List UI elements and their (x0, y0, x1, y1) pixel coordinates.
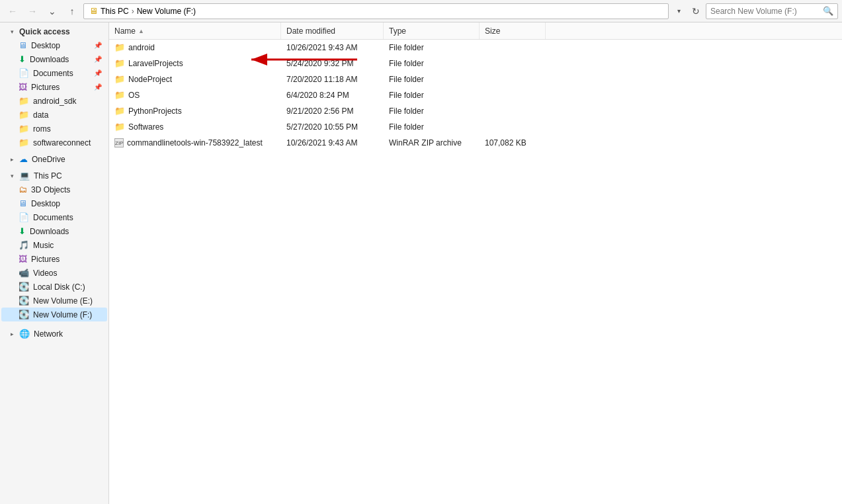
file-type: File folder (384, 91, 480, 100)
zip-icon: ZIP (114, 138, 124, 147)
sidebar-item-documents-qa[interactable]: 📄 Documents 📌 (1, 66, 107, 80)
file-name-text: Softwares (128, 122, 163, 132)
music-icon: 🎵 (19, 240, 29, 250)
sidebar-item-new-volume-f[interactable]: 💽 New Volume (F:) (1, 308, 107, 321)
sidebar-item-desktop-pc[interactable]: 🖥 Desktop (1, 196, 107, 210)
sidebar-item-pictures-qa[interactable]: 🖼 Pictures 📌 (1, 80, 107, 94)
column-type-label: Type (389, 26, 406, 36)
sort-arrow-icon: ▲ (138, 28, 144, 34)
this-pc-icon: 💻 (19, 171, 30, 181)
file-name: ZIP commandlinetools-win-7583922_latest (109, 138, 281, 147)
sidebar-item-label: Network (34, 329, 63, 339)
sidebar-item-videos[interactable]: 📹 Videos (1, 266, 107, 280)
sidebar-item-label: Desktop (31, 41, 60, 50)
table-row[interactable]: ZIP commandlinetools-win-7583922_latest … (109, 135, 842, 151)
column-name[interactable]: Name ▲ (109, 22, 281, 39)
folder-icon: 📁 (114, 122, 125, 132)
file-name: 📁 LaravelProjects (109, 58, 281, 68)
table-row[interactable]: 📁 OS 6/4/2020 8:24 PM File folder (109, 87, 842, 103)
sidebar-section-quick-access[interactable]: ▾ Quick access (1, 25, 107, 38)
file-name-text: OS (128, 91, 140, 100)
sidebar-item-label: Documents (33, 69, 73, 78)
column-header-row: Name ▲ Date modified Type Size (109, 22, 842, 40)
file-name-text: NodeProject (128, 75, 172, 84)
up-button[interactable]: ↑ (63, 3, 81, 20)
address-bar[interactable]: 🖥 This PC › New Volume (F:) (83, 3, 669, 19)
sidebar-item-music[interactable]: 🎵 Music (1, 238, 107, 252)
file-name: 📁 android (109, 42, 281, 52)
file-type: File folder (384, 43, 480, 52)
network-icon: 🌐 (19, 329, 30, 339)
file-pane: Name ▲ Date modified Type Size 📁 android… (109, 22, 842, 504)
sidebar-item-desktop-qa[interactable]: 🖥 Desktop 📌 (1, 38, 107, 52)
table-row[interactable]: 📁 Softwares 5/27/2020 10:55 PM File fold… (109, 119, 842, 135)
folder-icon: 📁 (114, 106, 125, 116)
refresh-button[interactable]: ↻ (689, 3, 703, 19)
sidebar-item-android-sdk[interactable]: 📁 android_sdk (1, 94, 107, 108)
forward-button[interactable]: → (24, 3, 41, 20)
file-name-text: LaravelProjects (128, 59, 183, 68)
pictures-icon: 🖼 (19, 82, 27, 92)
onedrive-icon: ☁ (19, 154, 28, 164)
recent-button[interactable]: ⌄ (44, 3, 61, 20)
sidebar-item-label: Documents (33, 213, 73, 222)
sidebar-section-this-pc[interactable]: ▾ 💻 This PC (1, 169, 107, 183)
3d-icon: 🗂 (19, 185, 27, 194)
chevron-icon: ▾ (11, 28, 14, 35)
pictures-icon: 🖼 (19, 254, 27, 264)
file-type: WinRAR ZIP archive (384, 138, 480, 147)
file-date: 5/27/2020 10:55 PM (281, 122, 384, 132)
documents-icon: 📄 (19, 212, 29, 222)
file-type: File folder (384, 106, 480, 116)
sidebar-item-label: 3D Objects (31, 185, 70, 194)
sidebar-item-label: roms (33, 124, 51, 134)
column-type[interactable]: Type (384, 22, 480, 39)
file-size: 107,082 KB (480, 138, 546, 147)
sidebar-item-downloads-qa[interactable]: ⬇ Downloads 📌 (1, 52, 107, 66)
folder-icon: 📁 (114, 74, 125, 84)
search-input[interactable] (710, 7, 820, 16)
quick-access-label: Quick access (19, 27, 70, 36)
folder-icon: 📁 (19, 138, 29, 147)
sidebar-item-local-disk-c[interactable]: 💽 Local Disk (C:) (1, 280, 107, 294)
sidebar-item-label: OneDrive (32, 155, 65, 164)
column-size[interactable]: Size (480, 22, 546, 39)
search-bar[interactable]: 🔍 (706, 3, 838, 19)
sidebar: ▾ Quick access 🖥 Desktop 📌 ⬇ Downloads 📌… (0, 22, 109, 504)
sidebar-item-data[interactable]: 📁 data (1, 108, 107, 122)
address-separator: › (132, 7, 134, 16)
sidebar-item-pictures-pc[interactable]: 🖼 Pictures (1, 252, 107, 266)
file-type: File folder (384, 75, 480, 84)
chevron-icon: ▸ (11, 331, 14, 337)
address-part-2: New Volume (F:) (137, 7, 196, 16)
folder-icon: 📁 (114, 42, 125, 52)
file-date: 7/20/2020 11:18 AM (281, 75, 384, 84)
column-date[interactable]: Date modified (281, 22, 384, 39)
folder-icon: 📁 (114, 58, 125, 68)
chevron-icon: ▸ (11, 156, 14, 163)
search-icon: 🔍 (823, 6, 833, 16)
sidebar-item-3d-objects[interactable]: 🗂 3D Objects (1, 183, 107, 196)
sidebar-item-label: Pictures (31, 255, 60, 264)
address-dropdown-button[interactable]: ▾ (671, 3, 686, 19)
pin-icon: 📌 (94, 83, 102, 91)
table-row[interactable]: 📁 android 10/26/2021 9:43 AM File folder (109, 40, 842, 56)
file-list: 📁 android 10/26/2021 9:43 AM File folder… (109, 40, 842, 504)
sidebar-item-documents-pc[interactable]: 📄 Documents (1, 210, 107, 224)
main-layout: ▾ Quick access 🖥 Desktop 📌 ⬇ Downloads 📌… (0, 22, 842, 504)
sidebar-item-label: Downloads (30, 55, 69, 64)
title-bar: ← → ⌄ ↑ 🖥 This PC › New Volume (F:) ▾ ↻ … (0, 0, 842, 22)
sidebar-item-new-volume-e[interactable]: 💽 New Volume (E:) (1, 294, 107, 308)
table-row[interactable]: 📁 LaravelProjects 5/24/2020 9:32 PM File… (109, 56, 842, 71)
sidebar-item-network[interactable]: ▸ 🌐 Network (1, 327, 107, 341)
pin-icon: 📌 (94, 69, 102, 77)
sidebar-item-softwareconnect[interactable]: 📁 softwareconnect (1, 136, 107, 149)
sidebar-item-downloads-pc[interactable]: ⬇ Downloads (1, 224, 107, 238)
sidebar-item-onedrive[interactable]: ▸ ☁ OneDrive (1, 152, 107, 166)
address-folder-icon: 🖥 (89, 6, 98, 16)
sidebar-item-label: Videos (33, 269, 57, 278)
table-row[interactable]: 📁 PythonProjects 9/21/2020 2:56 PM File … (109, 103, 842, 119)
table-row[interactable]: 📁 NodeProject 7/20/2020 11:18 AM File fo… (109, 71, 842, 87)
back-button[interactable]: ← (4, 3, 21, 20)
sidebar-item-roms[interactable]: 📁 roms (1, 122, 107, 136)
